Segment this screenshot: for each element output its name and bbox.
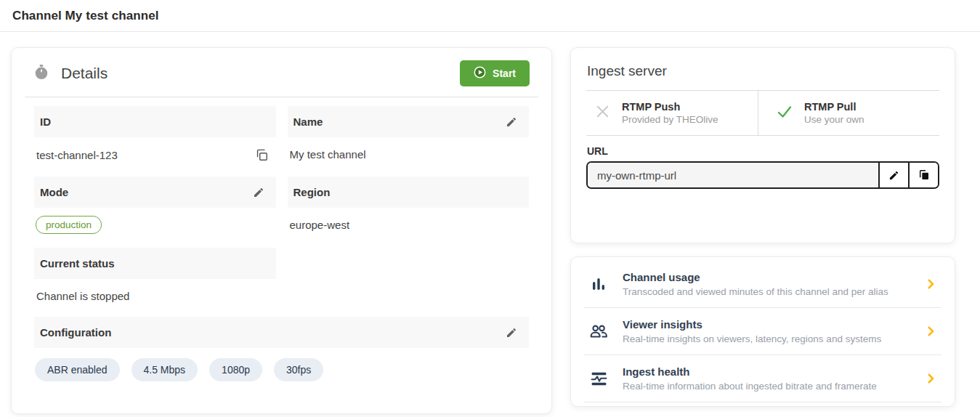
url-label: URL — [587, 145, 939, 157]
chevron-right-icon — [924, 278, 937, 291]
copy-icon — [255, 153, 269, 164]
chevron-right-icon — [924, 372, 937, 385]
field-mode-label-bar: Mode — [34, 177, 276, 208]
play-circle-icon — [474, 66, 486, 81]
channel-usage-row[interactable]: Channel usage Transcoded and viewed minu… — [584, 261, 941, 308]
field-configuration-label: Configuration — [40, 326, 111, 339]
ingest-divider-bottom — [586, 135, 939, 136]
channel-links-card: Channel usage Transcoded and viewed minu… — [570, 256, 955, 407]
field-name-value: My test channel — [290, 148, 366, 161]
copy-url-button[interactable] — [908, 163, 938, 187]
edit-mode-button[interactable] — [251, 185, 266, 200]
configuration-chips: ABR enabled 4.5 Mbps 1080p 30fps — [34, 348, 529, 381]
rtmp-pull-subtitle: Use your own — [804, 114, 864, 125]
ingest-server-card: Ingest server RTMP Push Provided by THEO… — [570, 47, 955, 243]
ingest-option-rtmp-push[interactable]: RTMP Push Provided by THEOlive — [586, 91, 758, 135]
field-region-value: europe-west — [290, 219, 350, 231]
start-button-label: Start — [493, 68, 516, 79]
field-status-label-bar: Current status — [34, 248, 276, 279]
check-icon — [776, 103, 793, 124]
field-mode-label: Mode — [40, 186, 68, 198]
url-input[interactable] — [588, 163, 878, 187]
page-header: Channel My test channel — [0, 0, 980, 31]
field-id-label: ID — [40, 116, 51, 128]
edit-url-button[interactable] — [878, 163, 908, 187]
page-title: Channel My test channel — [12, 9, 968, 23]
field-name: Name My test channel — [288, 106, 530, 171]
details-card-header: Details Start — [12, 48, 551, 97]
config-chip: ABR enabled — [35, 358, 120, 381]
viewer-insights-subtitle: Real-time insights on viewers, latency, … — [623, 333, 910, 344]
channel-usage-title: Channel usage — [623, 271, 910, 283]
rtmp-push-title: RTMP Push — [622, 101, 718, 113]
details-heading: Details — [61, 65, 108, 82]
main-content: Details Start ID test-chann — [0, 32, 980, 414]
field-name-label-bar: Name — [288, 106, 530, 137]
details-fields: ID test-channel-123 — [12, 97, 551, 386]
ingest-server-heading: Ingest server — [587, 63, 939, 79]
pencil-icon — [253, 190, 264, 201]
edit-name-button[interactable] — [504, 115, 519, 129]
ingest-option-rtmp-pull[interactable]: RTMP Pull Use your own — [758, 91, 939, 135]
field-status-value: Channel is stopped — [36, 290, 129, 302]
ingest-health-row[interactable]: Ingest health Real-time information abou… — [584, 355, 941, 402]
viewer-insights-row[interactable]: Viewer insights Real-time insights on vi… — [584, 308, 941, 355]
pencil-icon — [888, 170, 899, 181]
field-region-label: Region — [293, 186, 331, 198]
details-card: Details Start ID test-chann — [11, 47, 552, 414]
channel-usage-subtitle: Transcoded and viewed minutes of this ch… — [623, 286, 910, 297]
field-status-label: Current status — [40, 257, 115, 270]
start-button[interactable]: Start — [460, 60, 530, 86]
x-icon — [594, 103, 611, 123]
pencil-icon — [506, 119, 517, 130]
mode-badge: production — [36, 216, 102, 234]
ingest-options: RTMP Push Provided by THEOlive RTMP Pull… — [586, 91, 939, 135]
field-id-value: test-channel-123 — [36, 149, 118, 161]
field-id-label-bar: ID — [34, 106, 276, 137]
ingest-health-subtitle: Real-time information about ingested bit… — [623, 381, 910, 392]
monitor-pulse-icon — [588, 370, 609, 388]
copy-icon — [918, 169, 930, 181]
edit-configuration-button[interactable] — [504, 325, 519, 340]
rtmp-push-subtitle: Provided by THEOlive — [622, 114, 718, 125]
bar-chart-icon — [588, 275, 609, 293]
chevron-right-icon — [924, 325, 937, 338]
field-configuration-label-bar: Configuration — [34, 317, 529, 348]
field-id: ID test-channel-123 — [34, 106, 276, 171]
people-icon — [588, 322, 609, 341]
field-mode: Mode production — [34, 177, 276, 243]
config-chip: 4.5 Mbps — [131, 358, 198, 381]
config-chip: 30fps — [274, 358, 323, 381]
field-region-label-bar: Region — [288, 177, 530, 208]
copy-id-button[interactable] — [255, 148, 269, 162]
pencil-icon — [506, 330, 517, 341]
field-region: Region europe-west — [288, 177, 530, 243]
field-name-label: Name — [293, 116, 323, 128]
field-status: Current status Channel is stopped — [34, 248, 276, 312]
timer-icon — [33, 64, 49, 83]
right-column: Ingest server RTMP Push Provided by THEO… — [570, 47, 955, 407]
viewer-insights-title: Viewer insights — [623, 318, 910, 331]
ingest-health-title: Ingest health — [623, 365, 910, 378]
field-configuration: Configuration ABR enabled 4.5 Mbps 1080p… — [34, 317, 529, 381]
rtmp-pull-title: RTMP Pull — [804, 101, 864, 113]
config-chip: 1080p — [209, 358, 262, 381]
url-input-group — [586, 161, 939, 189]
